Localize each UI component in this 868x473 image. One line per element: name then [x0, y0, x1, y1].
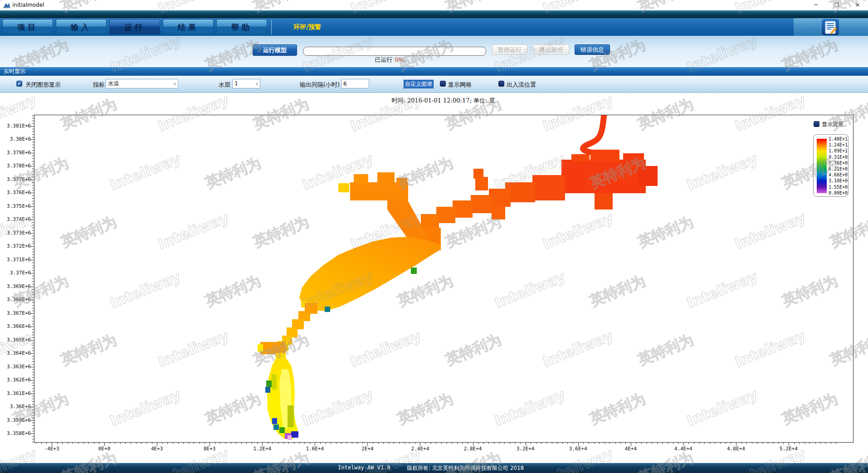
y-tick-mark [30, 139, 34, 140]
x-minor-tick [205, 442, 205, 444]
y-minor-tick [32, 228, 34, 228]
y-tick-mark [30, 126, 34, 127]
restore-button[interactable]: ❐ [826, 0, 847, 10]
progress-prefix: 已运行 [375, 56, 393, 63]
x-minor-tick [726, 442, 726, 444]
x-minor-tick [773, 442, 773, 444]
y-tick-mark [30, 353, 34, 354]
y-minor-tick [32, 171, 34, 172]
flow-positions-checkbox[interactable] [498, 81, 504, 87]
y-minor-tick [32, 428, 34, 429]
y-minor-tick [32, 302, 34, 303]
document-edit-icon[interactable] [822, 19, 839, 35]
y-minor-tick [32, 348, 34, 348]
y-minor-tick [32, 115, 34, 116]
show-grid-checkbox[interactable] [440, 81, 446, 87]
close-button[interactable]: ✕ [847, 0, 868, 10]
y-tick-mark [30, 434, 34, 434]
progress-percent: 0%。 [395, 56, 410, 63]
x-tick-label: 3.2E+4 [505, 446, 546, 452]
tab-run[interactable]: 运行 [109, 19, 160, 35]
x-minor-tick [278, 442, 278, 444]
y-minor-tick [32, 385, 34, 386]
run-toolbar: 运行模型 已运行 0%。 暂停运行 终止运行 错误信息 [0, 36, 868, 67]
x-minor-tick [552, 442, 552, 444]
tab-separator [271, 20, 272, 34]
minimize-button[interactable]: ─ [805, 0, 826, 10]
custom-palette-button[interactable]: 自定义图谱 [404, 80, 434, 88]
x-tick-label: 8E+3 [189, 446, 230, 452]
indicator-select[interactable]: 水温 ∨ [106, 79, 178, 88]
x-minor-tick [252, 442, 252, 444]
y-minor-tick [32, 204, 34, 204]
x-minor-tick [478, 442, 478, 444]
x-minor-tick [88, 442, 89, 444]
x-minor-tick [573, 442, 573, 444]
error-info-button[interactable]: 错误信息 [575, 44, 610, 55]
y-minor-tick [32, 364, 34, 365]
x-minor-tick [647, 442, 647, 444]
y-tick-label: 3.362E+6 [3, 377, 31, 383]
y-tick-label: 3.374E+6 [3, 216, 31, 222]
x-minor-tick [41, 442, 42, 444]
x-minor-tick [757, 442, 757, 444]
x-tick-label: 2.8E+4 [453, 446, 493, 452]
tab-input[interactable]: 输入 [56, 19, 107, 35]
x-minor-tick [820, 442, 821, 444]
y-minor-tick [32, 158, 34, 159]
copyright-text: 版权所有: 北京英特利为环境科技有限公司 2018 [407, 464, 524, 472]
run-model-button[interactable]: 运行模型 [253, 44, 297, 56]
x-minor-tick [257, 442, 258, 444]
y-minor-tick [32, 292, 34, 293]
run-progress-bar [303, 47, 486, 56]
y-minor-tick [32, 399, 34, 399]
x-minor-tick [583, 442, 584, 444]
y-tick-label: 3.377E+6 [3, 176, 31, 182]
y-tick-mark [30, 340, 34, 341]
y-tick-label: 3.366E+6 [3, 323, 31, 329]
x-minor-tick [383, 442, 384, 444]
x-tick-label: 2.4E+4 [400, 446, 440, 452]
x-minor-tick [805, 442, 805, 444]
x-minor-tick [562, 442, 563, 444]
indicator-value: 水温 [108, 80, 119, 87]
y-tick-mark [30, 246, 34, 247]
interval-input[interactable] [341, 79, 369, 88]
x-minor-tick [131, 442, 131, 444]
run-progress-caption: 已运行 0%。 [299, 56, 485, 64]
y-minor-tick [32, 217, 34, 217]
pause-run-button[interactable]: 暂停运行 [492, 44, 527, 55]
close-graph-checkbox[interactable]: ✔ [16, 81, 22, 87]
x-minor-tick [341, 442, 341, 444]
y-minor-tick [32, 201, 34, 201]
y-minor-tick [32, 332, 34, 332]
x-minor-tick [146, 442, 147, 444]
x-tick-label: 4.8E+4 [716, 446, 756, 452]
x-minor-tick [62, 442, 63, 444]
y-tick-mark [30, 327, 34, 327]
x-minor-tick [694, 442, 694, 444]
temperature-heatmap [34, 115, 853, 442]
y-tick-label: 3.371E+6 [3, 257, 31, 263]
y-tick-label: 3.368E+6 [3, 297, 31, 302]
show-background-checkbox[interactable] [814, 121, 819, 127]
tab-help[interactable]: 帮助 [216, 19, 267, 35]
y-minor-tick [32, 311, 34, 311]
y-tick-label: 3.372E+6 [3, 243, 31, 249]
show-background-toggle[interactable]: 显示背景 [814, 121, 844, 128]
stop-run-button[interactable]: 终止运行 [534, 44, 569, 55]
tab-results[interactable]: 结果 [163, 19, 214, 35]
x-minor-tick [720, 442, 721, 444]
y-minor-tick [32, 222, 34, 223]
y-tick-label: 3.378E+6 [3, 163, 31, 169]
y-minor-tick [32, 308, 34, 308]
tab-project[interactable]: 项目 [2, 19, 53, 35]
x-minor-tick [778, 442, 779, 444]
x-tick-mark [104, 442, 105, 446]
x-minor-tick [452, 442, 452, 444]
colorbar-value: 0.00E+0 [829, 190, 848, 195]
tab-eia-warning[interactable]: 环评/预警 [293, 18, 321, 36]
y-tick-label: 3.37E+6 [3, 270, 31, 276]
layer-select[interactable]: 1 ∨ [232, 79, 260, 88]
y-minor-tick [32, 225, 34, 225]
